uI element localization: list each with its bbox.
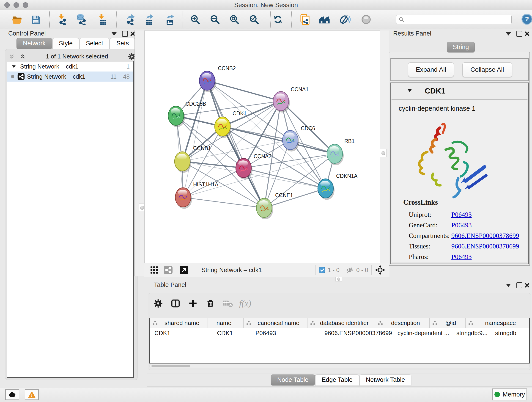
apply-layout-icon[interactable] xyxy=(272,13,284,26)
graph-node-CDC6[interactable] xyxy=(283,130,299,152)
birdseye-view-icon[interactable] xyxy=(179,265,189,274)
memory-button[interactable]: Memory xyxy=(492,389,527,400)
zoom-selected-icon[interactable] xyxy=(248,13,260,26)
control-panel-float-button[interactable] xyxy=(112,32,117,36)
network-canvas[interactable]: CCNB2CCNA1CDC25BCDK1CDC6RB1CCNB1CCNA2CDK… xyxy=(145,31,380,263)
import-network-file-icon[interactable] xyxy=(56,13,68,26)
import-network-database-icon[interactable] xyxy=(75,13,88,26)
column-header--id[interactable]: @id xyxy=(430,318,466,328)
results-panel-close-button[interactable] xyxy=(524,31,529,36)
duplicate-network-icon[interactable] xyxy=(298,13,311,26)
collapse-all-icon[interactable] xyxy=(9,54,15,60)
column-header-namespace[interactable]: namespace xyxy=(466,318,529,328)
table-cell[interactable]: CDK1 xyxy=(212,330,251,337)
table-cell[interactable]: CDK1 xyxy=(150,330,212,337)
tab-node-table[interactable]: Node Table xyxy=(271,375,315,385)
control-panel-close-button[interactable] xyxy=(130,31,135,36)
column-header-canonical-name[interactable]: canonical name xyxy=(244,318,307,328)
table-hscrollbar[interactable] xyxy=(149,364,530,368)
graph-node-CDC25B[interactable] xyxy=(168,106,185,127)
results-panel-float-button[interactable] xyxy=(506,32,511,36)
graph-node-CCNE1[interactable] xyxy=(256,198,273,219)
string-view-icon[interactable] xyxy=(164,265,173,274)
crosslink-link[interactable]: 9606.ENSP00000378699 xyxy=(451,242,519,250)
import-table-file-icon[interactable] xyxy=(95,13,108,26)
graph-node-CDK1[interactable] xyxy=(215,117,231,138)
results-panel-maximize-button[interactable] xyxy=(516,31,522,37)
table-panel-maximize-button[interactable] xyxy=(516,282,522,288)
crosslink-link[interactable]: P06493 xyxy=(451,253,472,261)
protein-section-header[interactable]: CDK1 xyxy=(391,83,528,99)
column-header-name[interactable]: name xyxy=(208,318,244,328)
horizontal-splitter-grip[interactable] xyxy=(336,277,342,281)
hscrollbar-thumb[interactable] xyxy=(152,365,190,367)
zoom-in-icon[interactable] xyxy=(189,13,202,26)
graph-edge[interactable] xyxy=(183,81,207,197)
network-row[interactable]: String Network – cdk1 11 48 xyxy=(7,71,133,82)
tab-string[interactable]: String xyxy=(447,42,475,52)
graph-edge[interactable] xyxy=(183,197,264,208)
graph-edge[interactable] xyxy=(207,81,264,208)
graph-node-RB1[interactable] xyxy=(327,144,344,165)
open-session-icon[interactable] xyxy=(11,13,23,26)
table-cell[interactable]: stringdb:9... xyxy=(452,330,491,337)
network-overview-houses-icon[interactable] xyxy=(318,13,331,26)
help-icon[interactable]: ? xyxy=(520,13,532,26)
warnings-button[interactable] xyxy=(25,389,39,400)
crosslink-link[interactable]: P06493 xyxy=(451,211,472,218)
export-image-icon[interactable] xyxy=(164,13,177,26)
grid-view-icon[interactable] xyxy=(150,266,158,274)
network-collection-row[interactable]: String Network – cdk1 1 xyxy=(7,61,133,71)
table-panel-float-button[interactable] xyxy=(506,284,511,287)
table-cell[interactable]: cyclin-dependent ... xyxy=(393,330,452,337)
graph-node-CCNA2[interactable] xyxy=(236,158,253,179)
show-graphics-details-icon[interactable] xyxy=(360,13,373,26)
control-panel-maximize-button[interactable] xyxy=(122,31,128,37)
hide-graphics-details-icon[interactable] xyxy=(339,13,351,26)
table-panel-close-button[interactable] xyxy=(524,283,529,288)
right-splitter-grip[interactable] xyxy=(380,149,386,157)
function-builder-icon[interactable]: f(x) xyxy=(236,298,254,308)
delete-table-icon[interactable] xyxy=(219,299,236,308)
right-splitter[interactable] xyxy=(380,31,389,263)
table-row[interactable]: CDK1CDK1P064939606.ENSP00000378699cyclin… xyxy=(150,328,529,338)
crosslink-link[interactable]: 9606.ENSP00000378699 xyxy=(451,232,519,240)
section-collapse-icon[interactable] xyxy=(407,89,412,92)
graph-edge[interactable] xyxy=(222,127,335,154)
table-cell[interactable]: stringdb xyxy=(491,330,530,337)
column-header-shared-name[interactable]: shared name xyxy=(150,318,208,328)
cloud-button[interactable] xyxy=(5,389,19,400)
graph-edge[interactable] xyxy=(183,154,335,197)
selected-checkbox-icon[interactable] xyxy=(319,267,325,273)
graph-edge[interactable] xyxy=(264,188,326,208)
search-input[interactable] xyxy=(406,16,509,23)
expand-all-icon[interactable] xyxy=(20,54,26,60)
save-session-icon[interactable] xyxy=(29,13,42,26)
tab-network-table[interactable]: Network Table xyxy=(360,375,412,385)
crosshair-icon[interactable] xyxy=(375,265,385,275)
tab-style[interactable]: Style xyxy=(52,38,79,49)
tab-edge-table[interactable]: Edge Table xyxy=(315,375,359,385)
delete-column-trash-icon[interactable] xyxy=(202,299,219,308)
expand-all-button[interactable]: Expand All xyxy=(408,62,454,77)
tree-expander-icon[interactable] xyxy=(12,65,16,68)
graph-node-CCNB2[interactable] xyxy=(199,71,216,92)
tab-network[interactable]: Network xyxy=(17,38,52,49)
table-settings-gear-icon[interactable] xyxy=(149,299,167,308)
table-cell[interactable]: P06493 xyxy=(251,330,320,337)
export-table-icon[interactable] xyxy=(143,13,156,26)
zoom-fit-icon[interactable] xyxy=(228,13,241,26)
tab-sets[interactable]: Sets xyxy=(110,38,135,49)
left-splitter[interactable] xyxy=(134,31,145,276)
column-header-description[interactable]: description xyxy=(375,318,430,328)
crosslink-link[interactable]: P06493 xyxy=(451,221,472,229)
graph-node-CDKN1A[interactable] xyxy=(318,179,335,200)
export-network-icon[interactable] xyxy=(124,13,137,26)
collapse-all-button[interactable]: Collapse All xyxy=(462,62,512,77)
show-column-icon[interactable] xyxy=(167,299,184,308)
hidden-eye-icon[interactable] xyxy=(346,267,354,273)
table-cell[interactable]: 9606.ENSP00000378699 xyxy=(320,330,393,337)
create-column-plus-icon[interactable] xyxy=(184,299,202,308)
zoom-out-icon[interactable] xyxy=(209,13,221,26)
tab-select[interactable]: Select xyxy=(80,38,109,49)
